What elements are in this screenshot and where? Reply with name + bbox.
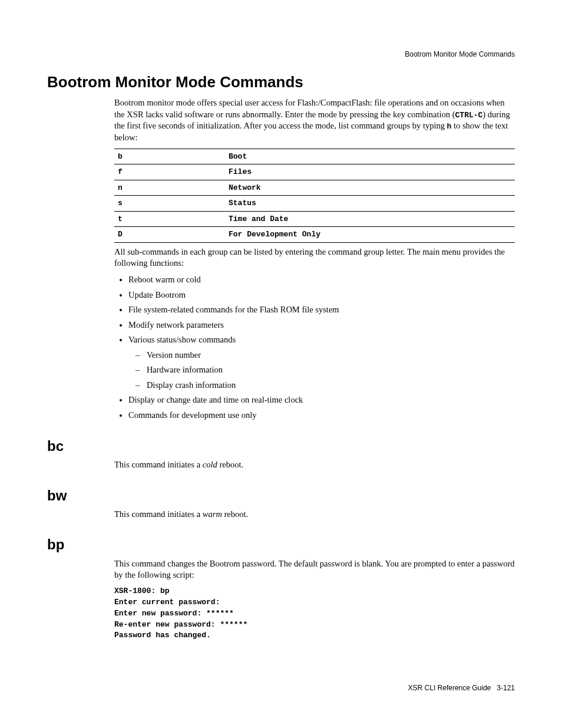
bw-emphasis: warm (203, 509, 222, 519)
command-description: Boot (225, 149, 515, 164)
list-item: Display or change date and time on real-… (128, 394, 515, 406)
list-item: Version number (146, 350, 515, 361)
functions-list: Reboot warm or cold Update Bootrom File … (128, 274, 515, 421)
bp-heading: bp (47, 535, 515, 554)
bc-emphasis: cold (203, 460, 217, 469)
list-item: Commands for development use only (128, 410, 515, 421)
intro-paragraph: Bootrom monitor mode offers special user… (114, 97, 515, 143)
page-title: Bootrom Monitor Mode Commands (47, 72, 515, 93)
bc-text-after: reboot. (217, 460, 243, 469)
table-row: bBoot (114, 149, 515, 164)
ctrl-c-key: CTRL-C (455, 111, 483, 120)
command-key: f (114, 164, 225, 180)
command-group-table: bBootfFilesnNetworksStatustTime and Date… (114, 149, 515, 243)
command-key: n (114, 180, 225, 196)
table-row: tTime and Date (114, 211, 515, 227)
page-footer: XSR CLI Reference Guide 3-121 (408, 683, 515, 693)
status-sublist: Version number Hardware information Disp… (146, 350, 515, 391)
table-row: sStatus (114, 196, 515, 212)
intro-text-a: Bootrom monitor mode offers special user… (114, 98, 505, 119)
bc-text-before: This command initiates a (114, 460, 203, 469)
bc-description: This command initiates a cold reboot. (114, 459, 515, 471)
command-description: For Development Only (225, 227, 515, 243)
command-key: t (114, 211, 225, 227)
list-item: Various status/show commands Version num… (128, 334, 515, 391)
list-item: Reboot warm or cold (128, 274, 515, 286)
command-key: b (114, 149, 225, 164)
command-description: Time and Date (225, 211, 515, 227)
command-description: Network (225, 180, 515, 196)
bp-code-block: XSR-1800: bp Enter current password: Ent… (114, 586, 515, 641)
list-item: Display crash information (146, 380, 515, 391)
command-key: s (114, 196, 225, 212)
list-item: Modify network parameters (128, 319, 515, 331)
list-item: Hardware information (146, 364, 515, 376)
bw-text-after: reboot. (222, 509, 248, 519)
list-item: Update Bootrom (128, 289, 515, 301)
after-table-paragraph: All sub-commands in each group can be li… (114, 246, 515, 269)
table-row: DFor Development Only (114, 227, 515, 243)
table-row: nNetwork (114, 180, 515, 196)
running-header: Bootrom Monitor Mode Commands (47, 50, 515, 59)
bw-text-before: This command initiates a (114, 509, 203, 519)
command-description: Status (225, 196, 515, 212)
bp-description: This command changes the Bootrom passwor… (114, 558, 515, 581)
bw-description: This command initiates a warm reboot. (114, 509, 515, 521)
list-item-label: Various status/show commands (128, 335, 236, 344)
command-key: D (114, 227, 225, 243)
list-item: File system-related commands for the Fla… (128, 304, 515, 316)
bc-heading: bc (47, 437, 515, 456)
table-row: fFiles (114, 164, 515, 180)
command-description: Files (225, 164, 515, 180)
footer-doc-title: XSR CLI Reference Guide (408, 684, 491, 692)
bw-heading: bw (47, 486, 515, 505)
footer-page-number: 3-121 (497, 684, 515, 692)
